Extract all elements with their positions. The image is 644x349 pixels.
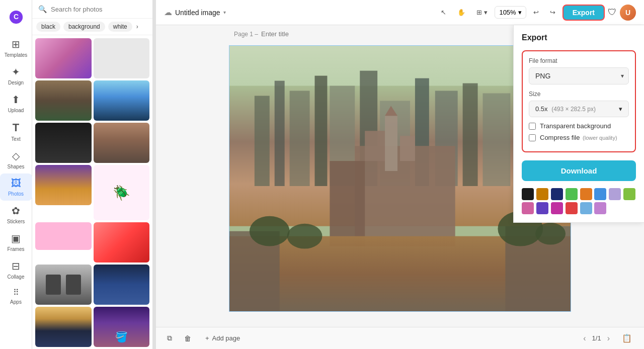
sidebar-item-collage[interactable]: ⊟ Collage bbox=[0, 256, 32, 284]
sidebar-item-shapes[interactable]: ◇ Shapes bbox=[0, 146, 32, 173]
layout-btn[interactable]: ⊞ ▾ bbox=[472, 6, 492, 19]
photo-thumb-6[interactable] bbox=[94, 123, 150, 163]
photo-thumb-4[interactable] bbox=[94, 80, 150, 121]
undo-icon: ↩ bbox=[533, 9, 539, 16]
app-logo: C bbox=[3, 4, 29, 32]
photo-thumb-5[interactable] bbox=[35, 123, 92, 163]
page-title-input[interactable] bbox=[261, 30, 346, 38]
download-button[interactable]: Download bbox=[522, 160, 636, 181]
delete-page-btn[interactable]: 🗑 bbox=[181, 331, 194, 345]
photo-thumb-1[interactable] bbox=[35, 38, 92, 78]
tag-filters: black background white › bbox=[32, 19, 152, 35]
cursor-tool-btn[interactable]: ↖ bbox=[437, 6, 450, 19]
color-swatch-2[interactable] bbox=[536, 188, 548, 200]
svg-rect-13 bbox=[463, 83, 478, 186]
sidebar-item-upload[interactable]: ⬆ Upload bbox=[0, 90, 32, 117]
svg-rect-5 bbox=[275, 81, 285, 186]
photo-thumb-3[interactable] bbox=[35, 80, 92, 121]
shield-icon: 🛡 bbox=[608, 7, 617, 18]
doc-name-area: ☁ Untitled image ▾ bbox=[164, 8, 433, 17]
sidebar-item-stickers-label: Stickers bbox=[7, 219, 25, 224]
sidebar-item-shapes-label: Shapes bbox=[8, 164, 25, 169]
svg-rect-21 bbox=[385, 116, 397, 171]
color-swatch-1[interactable] bbox=[522, 188, 534, 200]
tag-black[interactable]: black bbox=[36, 22, 60, 32]
svg-rect-4 bbox=[255, 96, 270, 186]
photo-thumb-8[interactable]: 🪲 bbox=[94, 165, 150, 220]
export-section: File format PNG JPG PDF SVG GIF ▾ Size 0… bbox=[522, 50, 636, 152]
color-swatches bbox=[522, 188, 636, 214]
shapes-icon: ◇ bbox=[12, 150, 20, 162]
file-format-label: File format bbox=[529, 57, 629, 64]
photo-thumb-11[interactable] bbox=[35, 265, 92, 305]
color-swatch-8[interactable] bbox=[623, 188, 635, 200]
compress-sub: (lower quality) bbox=[583, 135, 617, 141]
add-page-label: Add page bbox=[212, 334, 240, 342]
hand-tool-btn[interactable]: ✋ bbox=[453, 6, 469, 19]
photo-thumb-9[interactable] bbox=[35, 222, 92, 250]
sidebar: C ⊞ Templates ✦ Design ⬆ Upload T Text ◇… bbox=[0, 0, 32, 349]
photos-icon: 🖼 bbox=[11, 178, 21, 189]
color-swatch-5[interactable] bbox=[580, 188, 592, 200]
photo-thumb-14[interactable]: 🪣 bbox=[94, 307, 150, 347]
photo-thumb-10[interactable] bbox=[94, 222, 150, 263]
doc-dropdown-icon[interactable]: ▾ bbox=[223, 10, 226, 15]
color-swatch-3[interactable] bbox=[551, 188, 563, 200]
file-format-select[interactable]: PNG JPG PDF SVG GIF bbox=[529, 67, 629, 84]
zoom-btn[interactable]: 105% ▾ bbox=[495, 6, 526, 19]
color-swatch-7[interactable] bbox=[609, 188, 621, 200]
search-input[interactable] bbox=[51, 6, 146, 13]
redo-btn[interactable]: ↪ bbox=[546, 6, 559, 19]
export-panel: Export File format PNG JPG PDF SVG GIF ▾… bbox=[513, 25, 644, 223]
photos-grid: 🪲 🪣 bbox=[32, 35, 152, 349]
layout-icon: ⊞ bbox=[476, 9, 482, 16]
toolbar-right: ↖ ✋ ⊞ ▾ 105% ▾ ↩ ↪ Expo bbox=[437, 5, 636, 21]
size-display[interactable]: 0.5x (493 × 282.5 px) ▾ bbox=[529, 101, 629, 117]
color-swatch-4[interactable] bbox=[566, 188, 578, 200]
page-info: 1/1 bbox=[592, 334, 601, 342]
photo-thumb-2[interactable] bbox=[94, 38, 150, 78]
size-value-main: 0.5x bbox=[535, 105, 548, 113]
frames-icon: ▣ bbox=[11, 232, 21, 244]
photo-thumb-12[interactable] bbox=[94, 265, 150, 305]
sidebar-item-templates[interactable]: ⊞ Templates bbox=[0, 34, 32, 62]
tag-white[interactable]: white bbox=[108, 22, 132, 32]
photo-thumb-13[interactable] bbox=[35, 307, 92, 347]
user-avatar[interactable]: U bbox=[620, 5, 636, 21]
sidebar-item-design[interactable]: ✦ Design bbox=[0, 62, 32, 90]
transparent-bg-checkbox[interactable] bbox=[529, 123, 536, 130]
sidebar-item-text[interactable]: T Text bbox=[0, 117, 32, 146]
compress-file-row: Compress file (lower quality) bbox=[529, 134, 629, 141]
sidebar-item-apps[interactable]: ⠿ Apps bbox=[0, 284, 32, 309]
add-page-icon: + bbox=[205, 334, 209, 342]
svg-rect-18 bbox=[365, 131, 385, 161]
photo-thumb-7[interactable] bbox=[35, 165, 92, 205]
sidebar-item-photos[interactable]: 🖼 Photos bbox=[0, 173, 32, 201]
export-panel-title: Export bbox=[522, 33, 636, 42]
layout-arrow: ▾ bbox=[484, 9, 488, 16]
color-swatch-6[interactable] bbox=[594, 188, 606, 200]
transparent-bg-row: Transparent background bbox=[529, 122, 629, 130]
zoom-value: 105% bbox=[499, 9, 516, 16]
notes-btn[interactable]: 📋 bbox=[618, 331, 636, 345]
doc-title: Untitled image bbox=[175, 9, 220, 17]
export-button[interactable]: Export bbox=[562, 5, 605, 21]
prev-page-btn[interactable]: ‹ bbox=[581, 332, 588, 345]
sidebar-item-stickers[interactable]: ✿ Stickers bbox=[0, 201, 32, 228]
sidebar-item-photos-label: Photos bbox=[8, 191, 24, 197]
sidebar-item-frames[interactable]: ▣ Frames bbox=[0, 228, 32, 256]
color-swatch-10[interactable] bbox=[536, 202, 548, 214]
top-toolbar: ☁ Untitled image ▾ ↖ ✋ ⊞ ▾ 105% ▾ bbox=[156, 0, 644, 25]
color-swatch-13[interactable] bbox=[580, 202, 592, 214]
copy-page-btn[interactable]: ⧉ bbox=[164, 331, 175, 345]
add-page-btn[interactable]: + Add page bbox=[200, 331, 245, 345]
tag-background[interactable]: background bbox=[63, 22, 105, 32]
tag-arrow[interactable]: › bbox=[135, 23, 139, 30]
next-page-btn[interactable]: › bbox=[605, 332, 612, 345]
color-swatch-9[interactable] bbox=[522, 202, 534, 214]
color-swatch-11[interactable] bbox=[551, 202, 563, 214]
compress-file-checkbox[interactable] bbox=[529, 134, 536, 141]
color-swatch-14[interactable] bbox=[594, 202, 606, 214]
color-swatch-12[interactable] bbox=[566, 202, 578, 214]
undo-btn[interactable]: ↩ bbox=[529, 6, 543, 19]
